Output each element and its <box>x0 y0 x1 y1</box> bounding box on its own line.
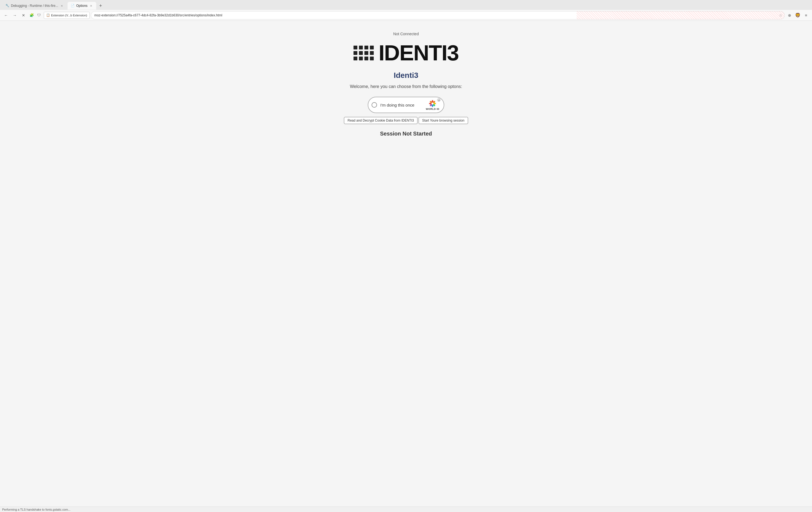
tab-label-debugging: Debugging - Runtime / this-fire... <box>11 4 58 8</box>
read-decrypt-button[interactable]: Read and Decrypt Cookie Data from IDENTI… <box>344 117 417 124</box>
tab-favicon-debugging: 🔧 <box>5 4 9 8</box>
world-id-icon <box>428 99 437 108</box>
extension-button[interactable]: 📋 Extension (V...b Extension) <box>44 12 90 19</box>
doing-once-option[interactable]: I'm doing this once WORLD ID <box>368 97 444 113</box>
reload-button[interactable]: ✕ <box>20 11 27 19</box>
nav-bar: ← → ✕ 🧩 🛡 📋 Extension (V...b Extension) … <box>0 10 812 21</box>
tab-favicon-options: 📄 <box>71 4 75 8</box>
menu-icon[interactable]: ≡ <box>802 11 810 19</box>
extension-label: Extension (V...b Extension) <box>51 14 87 17</box>
status-bar: Performing a TLS handshake to fonts.gsta… <box>0 507 812 512</box>
doing-once-radio[interactable] <box>372 102 377 108</box>
world-id-indicator <box>437 98 440 102</box>
logo-dot-2 <box>359 46 363 50</box>
forward-button[interactable]: → <box>11 11 19 19</box>
tab-bar: 🔧 Debugging - Runtime / this-fire... ✕ 📄… <box>0 0 812 10</box>
start-session-button[interactable]: Start Youre browsing session <box>418 117 468 124</box>
logo-dot-1 <box>353 46 357 50</box>
logo-dot-10 <box>359 57 363 60</box>
status-bar-text: Performing a TLS handshake to fonts.gsta… <box>2 508 70 511</box>
extension-puzzle-icon[interactable]: 🧩 <box>28 12 35 19</box>
new-tab-button[interactable]: + <box>97 2 105 9</box>
connection-status: Not Connected <box>393 32 418 36</box>
url-bar-container: ☆ <box>91 11 785 20</box>
right-nav-icons: ⊕ 🦁 ≡ <box>786 11 810 19</box>
welcome-message: Welcome, here you can choose from the fo… <box>350 84 462 89</box>
page-content: Not Connected IDENTI3 Identi3 Welcome, h… <box>0 21 812 512</box>
logo-dot-6 <box>359 51 363 55</box>
logo-dot-12 <box>370 57 374 60</box>
action-buttons: Read and Decrypt Cookie Data from IDENTI… <box>344 117 468 124</box>
logo-dot-11 <box>365 57 368 60</box>
world-id-text: WORLD ID <box>426 108 440 110</box>
pocket-icon[interactable]: ⊕ <box>786 11 793 19</box>
logo-dot-9 <box>353 57 357 60</box>
logo-dot-3 <box>365 46 368 50</box>
logo-dot-5 <box>353 51 357 55</box>
session-status: Session Not Started <box>380 130 432 137</box>
extension-icon: 📋 <box>46 13 50 17</box>
world-id-badge: WORLD ID <box>426 99 440 110</box>
logo-dot-7 <box>365 51 368 55</box>
brave-lion-icon[interactable]: 🦁 <box>794 11 802 19</box>
tab-debugging[interactable]: 🔧 Debugging - Runtime / this-fire... ✕ <box>2 2 67 9</box>
logo-container: IDENTI3 <box>353 40 459 66</box>
tab-close-options[interactable]: ✕ <box>89 4 93 8</box>
logo-wordmark: IDENTI3 <box>379 40 459 66</box>
doing-once-label: I'm doing this once <box>380 103 423 108</box>
svg-point-9 <box>432 102 434 104</box>
tab-close-debugging[interactable]: ✕ <box>60 4 64 8</box>
url-bar[interactable] <box>91 11 785 20</box>
tab-label-options: Options <box>76 4 87 8</box>
logo-dot-8 <box>370 51 374 55</box>
browser-chrome: 🔧 Debugging - Runtime / this-fire... ✕ 📄… <box>0 0 812 21</box>
back-button[interactable]: ← <box>2 11 10 19</box>
shield-icon[interactable]: 🛡 <box>35 12 42 19</box>
logo-dots <box>353 46 373 60</box>
app-title: Identi3 <box>394 71 418 80</box>
tab-options[interactable]: 📄 Options ✕ <box>67 2 96 9</box>
bookmark-star-icon[interactable]: ☆ <box>779 13 782 18</box>
security-icons: 🧩 🛡 <box>28 12 42 19</box>
logo-dot-4 <box>370 46 374 50</box>
